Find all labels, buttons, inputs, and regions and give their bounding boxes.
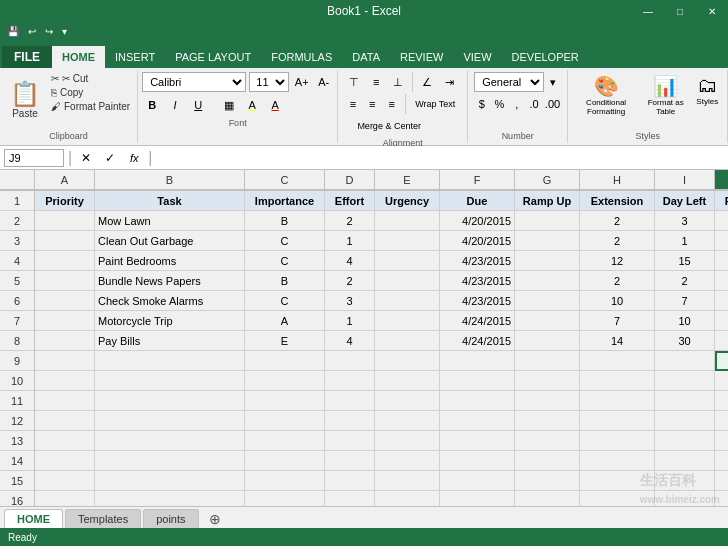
underline-button[interactable]: U bbox=[188, 95, 208, 115]
wrap-text-button[interactable]: Wrap Text bbox=[409, 94, 461, 114]
table-cell[interactable] bbox=[580, 471, 655, 491]
col-header-d[interactable]: D bbox=[325, 170, 375, 190]
table-cell[interactable]: 4/27/2015 bbox=[715, 331, 728, 351]
table-cell[interactable] bbox=[375, 231, 440, 251]
table-cell[interactable]: 1 bbox=[655, 231, 715, 251]
table-cell[interactable] bbox=[325, 411, 375, 431]
tab-page-layout[interactable]: PAGE LAYOUT bbox=[165, 46, 261, 68]
row-number[interactable]: 5 bbox=[0, 271, 35, 291]
table-cell[interactable] bbox=[715, 411, 728, 431]
table-cell[interactable] bbox=[35, 231, 95, 251]
percent-button[interactable]: % bbox=[492, 94, 507, 114]
table-cell[interactable] bbox=[375, 371, 440, 391]
align-left-button[interactable]: ≡ bbox=[344, 94, 361, 114]
align-right-button[interactable]: ≡ bbox=[383, 94, 400, 114]
copy-button[interactable]: ⎘ Copy bbox=[48, 86, 133, 99]
table-cell[interactable] bbox=[35, 311, 95, 331]
table-cell[interactable] bbox=[580, 371, 655, 391]
table-cell[interactable]: 4/26/2015 bbox=[715, 311, 728, 331]
cut-button[interactable]: ✂ ✂ Cut bbox=[48, 72, 133, 85]
sheet-tab-templates[interactable]: Templates bbox=[65, 509, 141, 528]
table-cell[interactable] bbox=[325, 431, 375, 451]
table-cell[interactable]: Urgency bbox=[375, 191, 440, 211]
table-cell[interactable] bbox=[715, 391, 728, 411]
table-cell[interactable] bbox=[655, 411, 715, 431]
table-cell[interactable] bbox=[655, 451, 715, 471]
font-color-button[interactable]: A bbox=[265, 95, 285, 115]
table-cell[interactable]: 30 bbox=[655, 331, 715, 351]
table-cell[interactable] bbox=[375, 251, 440, 271]
close-button[interactable]: ✕ bbox=[696, 0, 728, 22]
table-cell[interactable]: 4/24/2015 bbox=[715, 271, 728, 291]
table-cell[interactable]: Effort bbox=[325, 191, 375, 211]
table-cell[interactable] bbox=[515, 231, 580, 251]
table-cell[interactable] bbox=[35, 471, 95, 491]
increase-font-button[interactable]: A+ bbox=[292, 72, 311, 92]
table-cell[interactable]: 2 bbox=[655, 271, 715, 291]
table-cell[interactable]: Pay Bills bbox=[95, 331, 245, 351]
row-number[interactable]: 7 bbox=[0, 311, 35, 331]
table-cell[interactable] bbox=[35, 451, 95, 471]
row-number[interactable]: 2 bbox=[0, 211, 35, 231]
table-cell[interactable] bbox=[325, 471, 375, 491]
tab-view[interactable]: VIEW bbox=[453, 46, 501, 68]
row-number[interactable]: 10 bbox=[0, 371, 35, 391]
table-cell[interactable]: 4 bbox=[325, 251, 375, 271]
table-cell[interactable]: 2 bbox=[325, 271, 375, 291]
table-cell[interactable]: Importance bbox=[245, 191, 325, 211]
table-cell[interactable] bbox=[440, 371, 515, 391]
table-cell[interactable]: C bbox=[245, 251, 325, 271]
table-cell[interactable] bbox=[245, 351, 325, 371]
cancel-formula-button[interactable]: ✕ bbox=[76, 148, 96, 168]
table-cell[interactable] bbox=[35, 351, 95, 371]
align-top-button[interactable]: ⊤ bbox=[344, 72, 364, 92]
table-cell[interactable]: Bundle News Papers bbox=[95, 271, 245, 291]
table-cell[interactable] bbox=[715, 351, 728, 371]
comma-button[interactable]: , bbox=[509, 94, 524, 114]
align-center-button[interactable]: ≡ bbox=[364, 94, 381, 114]
table-cell[interactable]: 4/24/2015 bbox=[440, 331, 515, 351]
table-cell[interactable]: 2 bbox=[325, 211, 375, 231]
table-cell[interactable] bbox=[375, 391, 440, 411]
table-cell[interactable] bbox=[35, 271, 95, 291]
number-format-expand[interactable]: ▾ bbox=[546, 72, 562, 92]
table-cell[interactable] bbox=[95, 371, 245, 391]
table-cell[interactable]: C bbox=[245, 231, 325, 251]
indent-button[interactable]: ⇥ bbox=[439, 72, 459, 92]
table-cell[interactable] bbox=[515, 431, 580, 451]
row-number[interactable]: 13 bbox=[0, 431, 35, 451]
table-cell[interactable]: 3 bbox=[325, 291, 375, 311]
table-cell[interactable] bbox=[245, 411, 325, 431]
minimize-button[interactable]: — bbox=[632, 0, 664, 22]
table-cell[interactable]: B bbox=[245, 211, 325, 231]
col-header-b[interactable]: B bbox=[95, 170, 245, 190]
table-cell[interactable] bbox=[35, 411, 95, 431]
add-sheet-button[interactable]: ⊕ bbox=[205, 509, 225, 528]
align-middle-button[interactable]: ≡ bbox=[366, 72, 386, 92]
table-cell[interactable] bbox=[515, 391, 580, 411]
col-header-c[interactable]: C bbox=[245, 170, 325, 190]
col-header-i[interactable]: I bbox=[655, 170, 715, 190]
col-header-h[interactable]: H bbox=[580, 170, 655, 190]
qa-save-button[interactable]: 💾 bbox=[4, 25, 22, 38]
table-cell[interactable]: Mow Lawn bbox=[95, 211, 245, 231]
col-header-j[interactable]: J bbox=[715, 170, 728, 190]
table-cell[interactable] bbox=[715, 471, 728, 491]
table-cell[interactable] bbox=[95, 451, 245, 471]
table-cell[interactable] bbox=[95, 351, 245, 371]
row-number[interactable]: 3 bbox=[0, 231, 35, 251]
table-cell[interactable]: C bbox=[245, 291, 325, 311]
table-cell[interactable]: 4 bbox=[325, 331, 375, 351]
qa-dropdown-button[interactable]: ▾ bbox=[59, 25, 70, 38]
table-cell[interactable] bbox=[655, 371, 715, 391]
table-cell[interactable] bbox=[35, 291, 95, 311]
confirm-formula-button[interactable]: ✓ bbox=[100, 148, 120, 168]
table-cell[interactable]: 10 bbox=[580, 291, 655, 311]
table-cell[interactable]: E bbox=[245, 331, 325, 351]
table-cell[interactable] bbox=[325, 371, 375, 391]
table-cell[interactable] bbox=[375, 431, 440, 451]
table-cell[interactable] bbox=[580, 351, 655, 371]
table-cell[interactable] bbox=[35, 371, 95, 391]
font-size-select[interactable]: 11 bbox=[249, 72, 289, 92]
table-cell[interactable]: Ramp Up bbox=[515, 191, 580, 211]
